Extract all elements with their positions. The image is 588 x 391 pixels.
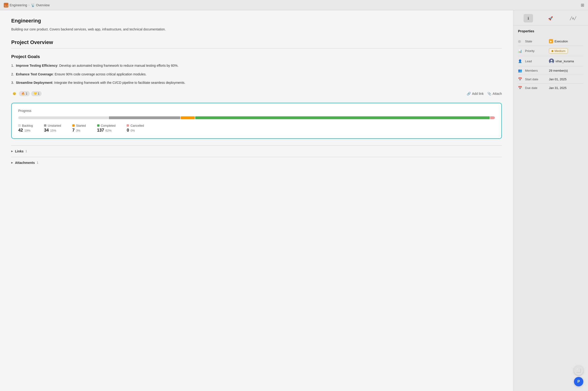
reaction-fire-button[interactable]: 🔥 1 [19,91,30,96]
members-text: 29 member(s) [549,69,568,72]
emoji-picker-button[interactable]: 😊 [11,91,17,96]
property-state: ◎ State ▶ Execution [518,37,583,46]
state-property-icon: ◎ [518,39,522,43]
priority-badge: Medium [549,48,568,54]
label-completed: Completed [101,124,116,127]
pct-started: 3% [76,129,81,132]
goal-item-1: Improve Testing Efficiency: Develop an a… [11,63,502,68]
goal-3-text: : Integrate the testing framework with t… [52,81,185,85]
links-chevron-icon: ▶ [11,150,13,152]
priority-label: Priority [525,49,546,53]
count-cancelled: 0 [127,128,129,133]
state-text: Execution [555,40,568,43]
due-date-icon: 📅 [518,86,522,90]
goal-1-title: Improve Testing Efficiency [16,64,57,67]
add-link-label: Add link [472,92,484,96]
actions-right: 🔗 Add link 📎 Attach [467,92,502,96]
primary-fab-button[interactable]: P [574,377,583,386]
tab-info[interactable]: ℹ [524,14,533,22]
progress-title: Progress [18,109,495,113]
activity-icon: ╱∧╱ [570,16,576,20]
segment-backlog [18,116,108,119]
reaction-heart-button[interactable]: 💛 1 [31,91,42,96]
label-started: Started [76,124,86,127]
links-count: 1 [25,149,27,153]
reactions-bar: 😊 🔥 1 💛 1 🔗 Add link 📎 Attach [11,91,502,96]
stat-completed: Completed 137 62% [97,124,116,133]
heart-emoji: 💛 [33,92,37,95]
label-unstarted: Unstarted [48,124,61,127]
info-icon: ℹ [528,16,529,21]
members-value[interactable]: 29 member(s) [549,69,568,72]
page-title: Engineering [11,18,502,24]
attach-button[interactable]: 📎 Attach [487,92,502,96]
rss-icon: 📡 [31,3,35,7]
tab-rocket[interactable]: 🚀 [546,14,555,22]
property-start-date: 📅 Start date Jan 01, 2025 [518,75,583,84]
members-property-icon: 👥 [518,69,522,72]
add-link-button[interactable]: 🔗 Add link [467,92,484,96]
property-lead: 👤 Lead vihar_kurama [518,56,583,66]
priority-value[interactable]: Medium [549,48,568,54]
count-unstarted: 34 [44,128,49,133]
links-section: ▶ Links 1 [11,145,502,157]
dot-started [72,124,75,127]
state-value[interactable]: ▶ Execution [549,39,568,43]
goal-2-text: : Ensure 90% code coverage across critic… [53,72,147,76]
start-date-value[interactable]: Jan 01, 2025 [549,78,567,81]
main-layout: Engineering Building our core product. C… [0,10,588,391]
priority-property-icon: 📊 [518,49,522,53]
goal-item-2: Enhance Test Coverage: Ensure 90% code c… [11,72,502,77]
stat-unstarted: Unstarted 34 15% [44,124,61,133]
link-icon: 🔗 [467,92,471,96]
workspace-breadcrumb[interactable]: 🦊 Engineering [4,3,27,7]
property-due-date: 📅 Due date Jan 31, 2025 [518,84,583,92]
section-title: Project Overview [11,39,502,45]
workspace-icon: 🦊 [4,3,8,7]
heart-count: 1 [38,92,40,95]
svg-point-1 [551,60,552,61]
attachments-label: Attachments [15,161,35,165]
count-completed: 137 [97,128,104,133]
topbar: 🦊 Engineering › 📡 Overview ⊞ [0,0,588,10]
count-started: 7 [72,128,75,133]
primary-fab-label: P [578,380,580,384]
links-header[interactable]: ▶ Links 1 [11,149,502,153]
goal-item-3: Streamline Deployment: Integrate the tes… [11,80,502,85]
property-priority: 📊 Priority Medium [518,46,583,56]
attachments-count: 1 [37,161,38,164]
page-breadcrumb[interactable]: 📡 Overview [31,3,50,7]
page-breadcrumb-name: Overview [36,3,50,7]
fab-container: ⬜ P [574,366,583,386]
progress-card: Progress Backlog 42 19% [11,103,502,139]
topbar-right: ⊞ [581,2,584,8]
lead-name: vihar_kurama [555,59,574,63]
panel-toggle-icon[interactable]: ⊞ [581,3,584,7]
attachments-header[interactable]: ▶ Attachments 1 [11,161,502,165]
lead-property-icon: 👤 [518,59,522,63]
goal-1-text: : Develop an automated testing framework… [57,64,178,67]
fire-emoji: 🔥 [21,92,25,95]
tab-activity[interactable]: ╱∧╱ [568,14,578,22]
fire-count: 1 [26,92,27,95]
breadcrumb-separator: › [29,3,29,7]
goal-2-title: Enhance Test Coverage [16,72,53,76]
secondary-fab-button[interactable]: ⬜ [574,366,583,375]
goal-3-title: Streamline Deployment [16,81,52,85]
breadcrumb: 🦊 Engineering › 📡 Overview [4,3,50,7]
due-date-value[interactable]: Jan 31, 2025 [549,86,567,90]
lead-value[interactable]: vihar_kurama [549,59,574,64]
page-description: Building our core product. Covers backen… [11,27,194,32]
label-backlog: Backlog [22,124,33,127]
goals-list: Improve Testing Efficiency: Develop an a… [11,63,502,85]
dot-cancelled [127,124,129,127]
reactions-left: 😊 🔥 1 💛 1 [11,91,42,96]
properties-title: Properties [518,29,583,33]
priority-text: Medium [555,49,565,53]
lead-avatar [549,59,554,64]
attach-label: Attach [493,92,502,96]
attachments-section: ▶ Attachments 1 [11,157,502,168]
links-label: Links [15,149,24,153]
pct-unstarted: 15% [50,129,56,132]
start-date-text: Jan 01, 2025 [549,78,567,81]
